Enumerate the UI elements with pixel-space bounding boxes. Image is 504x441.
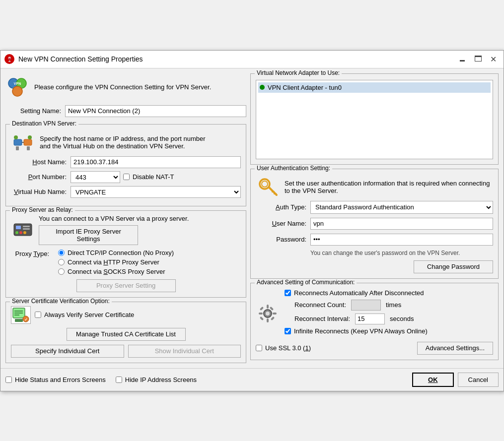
always-verify-checkbox[interactable] [35, 312, 41, 318]
host-name-row: Host Name: [11, 156, 241, 168]
setting-name-input[interactable] [65, 105, 246, 117]
manage-ca-button[interactable]: Manage Trusted CA Certificate List [67, 328, 186, 341]
proxy-info: You can connect to a VPN Server via a pr… [39, 215, 241, 245]
svg-text:VPN: VPN [14, 82, 21, 85]
use-ssl-checkbox[interactable] [256, 345, 262, 351]
svg-rect-19 [15, 319, 23, 322]
svg-rect-4 [14, 139, 22, 145]
hide-ip-checkbox[interactable] [116, 377, 122, 383]
password-input[interactable] [310, 234, 493, 246]
proxy-radio-direct[interactable] [58, 250, 65, 256]
destination-info-row: Specify the host name or IP address, and… [11, 128, 241, 156]
proxy-type-row: Proxy Type: Direct TCP/IP Connection (No… [11, 249, 241, 275]
use-ssl-row[interactable]: Use SSL 3.0 (1) [256, 344, 311, 352]
minimize-button[interactable]: 🗕 [455, 54, 469, 65]
close-button[interactable]: ✕ [487, 54, 500, 65]
svg-rect-34 [259, 313, 263, 315]
reconnect-count-label: Reconnect Count: [294, 301, 346, 309]
advanced-settings-button[interactable]: Advanced Settings... [417, 342, 493, 355]
import-ie-proxy-button[interactable]: Import IE Proxy Server Settings [39, 225, 138, 245]
proxy-option-direct[interactable]: Direct TCP/IP Connection (No Proxy) [58, 249, 174, 256]
hide-status-row[interactable]: Hide Status and Errors Screens [5, 376, 106, 383]
svg-rect-35 [273, 313, 277, 315]
specify-cert-button[interactable]: Specify Individual Cert [11, 345, 124, 358]
destination-desc-line1: Specify the host name or IP address, and… [40, 135, 206, 142]
svg-point-16 [19, 231, 22, 234]
keys-icon [256, 175, 280, 199]
cancel-button[interactable]: Cancel [458, 373, 499, 387]
proxy-radio-http[interactable] [58, 259, 65, 265]
reconnect-checkbox[interactable] [285, 290, 291, 296]
port-number-row: Port Number: 443 1194 8888 Disable NAT-T [11, 171, 241, 183]
adapter-item[interactable]: VPN Client Adapter - tun0 [258, 82, 491, 93]
proxy-setting-row: Proxy Server Setting [11, 279, 241, 292]
reconnect-count-unit: times [386, 301, 401, 309]
reconnect-interval-input[interactable] [355, 314, 385, 324]
virtual-network-title: Virtual Network Adapter to Use: [255, 69, 342, 76]
svg-rect-37 [271, 316, 275, 320]
destination-group-title: Destination VPN Server: [10, 120, 78, 127]
hide-ip-row[interactable]: Hide IP Address Screens [116, 376, 197, 383]
reconnect-count-row: Reconnect Count: times [285, 300, 493, 311]
footer: Hide Status and Errors Screens Hide IP A… [0, 368, 504, 391]
footer-checkboxes: Hide Status and Errors Screens Hide IP A… [5, 376, 197, 383]
left-panel: VPN Please configure the VPN Connection … [5, 73, 246, 363]
svg-text:✓: ✓ [24, 317, 28, 322]
auth-type-label: Auth Type: [256, 203, 310, 211]
info-row: VPN Please configure the VPN Connection … [5, 73, 246, 101]
proxy-option-socks[interactable]: Connect via SOCKS Proxy Server [58, 268, 174, 275]
advanced-settings-content: Reconnects Automatically After Disconnec… [285, 289, 493, 338]
hide-status-checkbox[interactable] [5, 377, 12, 383]
proxy-icon [11, 218, 35, 242]
network-icon-svg [12, 131, 34, 153]
password-row: Password: [256, 234, 493, 246]
ok-button[interactable]: OK [412, 373, 454, 387]
auth-type-select[interactable]: Standard Password Authentication Anonymo… [310, 201, 493, 214]
virtual-network-group: Virtual Network Adapter to Use: VPN Clie… [250, 73, 499, 165]
port-number-label: Port Number: [11, 173, 71, 181]
auth-info-row: Set the user authentication information … [256, 173, 493, 201]
adapter-status-dot [260, 85, 265, 90]
proxy-icon-svg [13, 220, 33, 240]
reconnect-count-input[interactable] [351, 300, 381, 311]
svg-rect-5 [24, 139, 32, 145]
virtual-hub-row: Virtual Hub Name: VPNGATE [11, 186, 241, 198]
proxy-radio-socks[interactable] [58, 268, 65, 275]
window-title: New VPN Connection Setting Properties [18, 55, 143, 63]
change-password-button[interactable]: Change Password [414, 260, 493, 273]
virtual-hub-label: Virtual Hub Name: [11, 188, 71, 195]
show-cert-button[interactable]: Show Individual Cert [128, 345, 241, 358]
use-ssl-label: Use SSL 3.0 (1) [265, 344, 311, 352]
maximize-button[interactable]: 🗖 [471, 54, 485, 65]
svg-rect-13 [23, 226, 30, 227]
disable-nat-t-row[interactable]: Disable NAT-T [123, 173, 174, 181]
always-verify-row[interactable]: Always Verify Server Certificate [35, 311, 134, 318]
infinite-reconnects-checkbox[interactable] [285, 328, 291, 334]
reconnect-interval-label: Reconnect Interval: [294, 315, 350, 322]
vpn-info-icon: VPN [5, 75, 29, 99]
titlebar-buttons: 🗕 🗖 ✕ [455, 54, 500, 65]
username-input[interactable] [310, 218, 493, 230]
svg-rect-12 [16, 226, 21, 229]
port-controls: 443 1194 8888 Disable NAT-T [71, 171, 241, 183]
proxy-description: You can connect to a VPN Server via a pr… [39, 215, 241, 222]
svg-rect-29 [274, 193, 277, 194]
gear-icon-svg [258, 304, 278, 323]
disable-nat-t-checkbox[interactable] [123, 174, 130, 180]
user-auth-group: User Authentication Setting: Set the use… [250, 169, 499, 279]
setting-name-row: Setting Name: [5, 105, 246, 117]
main-window: 🍷 New VPN Connection Setting Properties … [0, 50, 504, 391]
cert-icon: ✓ [11, 306, 31, 324]
virtual-hub-select[interactable]: VPNGATE [71, 186, 241, 198]
proxy-setting-button[interactable]: Proxy Server Setting [76, 279, 176, 292]
change-password-row: Change Password [256, 260, 493, 273]
svg-rect-33 [267, 318, 269, 322]
svg-rect-32 [267, 305, 269, 309]
footer-buttons: OK Cancel [412, 373, 499, 387]
host-name-input[interactable] [71, 156, 241, 168]
user-auth-title: User Authentication Setting: [255, 165, 332, 172]
ok-label: OK [428, 376, 438, 383]
svg-point-2 [12, 86, 22, 96]
port-number-select[interactable]: 443 1194 8888 [71, 171, 120, 183]
proxy-option-http[interactable]: Connect via HTTP Proxy Server [58, 258, 174, 266]
